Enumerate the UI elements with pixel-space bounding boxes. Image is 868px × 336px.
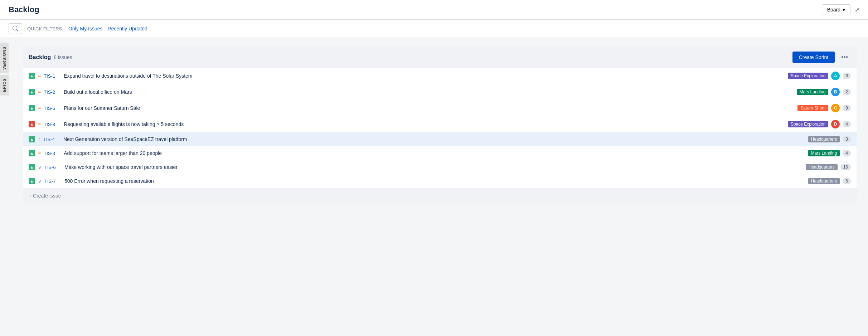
epic-tag[interactable]: Space Exploration (788, 121, 828, 127)
epics-tab[interactable]: EPICS (0, 75, 9, 96)
epic-tag[interactable]: Headquarters (808, 178, 840, 184)
priority-medium-icon: = (38, 150, 41, 156)
table-row: ▲ ∨ TIS-7 500 Error when requesting a re… (23, 174, 857, 188)
issue-title: Build out a local office on Mars (64, 89, 794, 95)
issue-title: 500 Error when requesting a reservation (64, 178, 805, 184)
search-box[interactable] (9, 23, 22, 34)
avatar: C (831, 104, 840, 112)
issue-id[interactable]: TIS-2 (44, 89, 61, 95)
backlog-section: Backlog 8 issues Create Sprint ••• ▲ = T… (23, 47, 857, 204)
search-icon (13, 26, 18, 31)
issue-type-story-icon: ▲ (29, 150, 35, 156)
story-points: 16 (840, 164, 851, 170)
issue-type-story-icon: ▲ (29, 73, 35, 79)
issue-meta: Headquarters 16 (806, 164, 851, 170)
priority-medium-icon: = (38, 89, 41, 95)
issue-title: Next Generation version of SeeSpaceEZ tr… (63, 136, 805, 142)
priority-medium-icon: = (38, 73, 41, 79)
table-row: ▲ = TIS-8 Requesting available flights i… (23, 116, 857, 132)
priority-low-icon: ∨ (38, 164, 42, 170)
issue-id[interactable]: TIS-6 (44, 165, 62, 170)
main-content: Backlog 8 issues Create Sprint ••• ▲ = T… (9, 38, 868, 212)
table-row: ▲ ∨ TIS-6 Make working with our space tr… (23, 160, 857, 174)
issue-title: Make working with our space travel partn… (64, 164, 803, 170)
backlog-header-right: Create Sprint ••• (792, 52, 851, 63)
story-points: 2 (843, 89, 851, 95)
issue-meta: Headquarters 3 (808, 136, 851, 142)
create-issue-link[interactable]: + Create issue (23, 188, 857, 204)
epic-tag[interactable]: Headquarters (808, 136, 840, 142)
epic-tag[interactable]: Mars Landing (808, 150, 840, 156)
issue-title: Add support for teams larger than 20 peo… (64, 150, 805, 156)
create-sprint-button[interactable]: Create Sprint (792, 52, 835, 63)
issue-type-story-icon: ▲ (29, 164, 35, 170)
epic-tag[interactable]: Saturn Shoot (797, 105, 828, 111)
priority-low-icon: ∨ (38, 178, 42, 184)
epic-tag[interactable]: Headquarters (806, 164, 838, 170)
page-title: Backlog (9, 5, 39, 14)
backlog-header: Backlog 8 issues Create Sprint ••• (23, 47, 857, 68)
issue-id[interactable]: TIS-3 (44, 151, 61, 156)
issue-type-story-icon: ▲ (29, 89, 35, 95)
recently-updated-filter[interactable]: Recently Updated (108, 26, 147, 31)
issue-meta: Mars Landing B 2 (797, 88, 851, 96)
story-points: 8 (843, 105, 851, 111)
side-tabs: VERSIONS EPICS (0, 43, 9, 97)
issue-type-bug-icon: ▲ (29, 121, 35, 127)
issue-id[interactable]: TIS-7 (44, 179, 62, 184)
top-bar: Backlog Board ▾ ⤢ (0, 0, 868, 20)
issue-title: Expand travel to destinations outside of… (64, 73, 785, 79)
avatar: B (831, 88, 840, 96)
avatar: D (831, 120, 840, 128)
story-points: 3 (843, 136, 851, 142)
table-row: ▲ = TIS-1 Expand travel to destinations … (23, 68, 857, 84)
issue-id[interactable]: TIS-5 (44, 106, 61, 111)
only-my-issues-filter[interactable]: Only My Issues (68, 26, 103, 31)
issue-type-story-icon: ▲ (29, 105, 35, 111)
quick-filters-label: QUICK FILTERS: (27, 26, 63, 31)
story-points: 6 (843, 178, 851, 184)
story-points: 4 (843, 150, 851, 156)
priority-medium-icon: = (38, 105, 41, 111)
table-row: ▲ = TIS-5 Plans for our Summer Saturn Sa… (23, 100, 857, 116)
more-options-button[interactable]: ••• (838, 52, 851, 63)
priority-medium-icon: = (38, 121, 41, 127)
issue-meta: Headquarters 6 (808, 178, 851, 184)
expand-icon[interactable]: ⤢ (855, 6, 859, 13)
top-bar-right: Board ▾ ⤢ (822, 4, 859, 15)
epic-tag[interactable]: Space Exploration (788, 73, 828, 79)
filters-bar: QUICK FILTERS: Only My Issues Recently U… (0, 20, 868, 38)
avatar: A (831, 72, 840, 80)
issues-count: 8 issues (54, 54, 72, 60)
table-row: ▲ ↑ TIS-4 Next Generation version of See… (23, 132, 857, 146)
issue-type-story-icon: ▲ (29, 178, 35, 184)
priority-high-icon: ↑ (38, 136, 40, 142)
table-row: ▲ = TIS-3 Add support for teams larger t… (23, 146, 857, 160)
epic-tag[interactable]: Mars Landing (797, 89, 829, 95)
issue-id[interactable]: TIS-8 (44, 122, 61, 127)
issue-type-story-icon: ▲ (29, 136, 35, 142)
issue-meta: Saturn Shoot C 8 (797, 104, 851, 112)
table-row: ▲ = TIS-2 Build out a local office on Ma… (23, 84, 857, 100)
story-points: 4 (843, 121, 851, 127)
issue-title: Plans for our Summer Saturn Sale (64, 105, 795, 111)
issue-id[interactable]: TIS-4 (43, 137, 60, 142)
issue-id[interactable]: TIS-1 (44, 73, 61, 79)
issue-meta: Mars Landing 4 (808, 150, 851, 156)
issue-title: Requesting available flights is now taki… (64, 121, 785, 127)
issues-list: ▲ = TIS-1 Expand travel to destinations … (23, 68, 857, 188)
issue-meta: Space Exploration D 4 (788, 120, 851, 128)
issue-meta: Space Exploration A 6 (788, 72, 851, 80)
story-points: 6 (843, 73, 851, 79)
board-button[interactable]: Board ▾ (822, 4, 850, 15)
backlog-title: Backlog (29, 54, 51, 60)
versions-tab[interactable]: VERSIONS (0, 43, 9, 73)
backlog-header-left: Backlog 8 issues (29, 54, 72, 60)
chevron-down-icon: ▾ (843, 7, 845, 13)
